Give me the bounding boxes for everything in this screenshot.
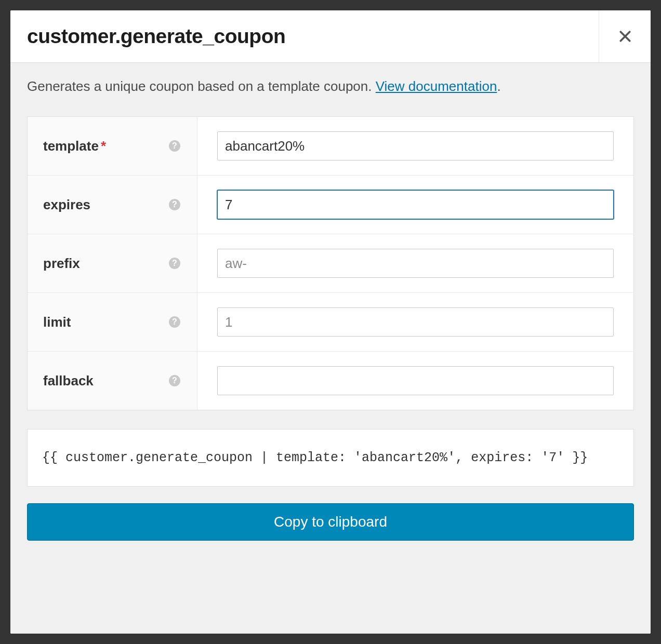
modal-title: customer.generate_coupon (10, 11, 302, 61)
input-cell (197, 352, 633, 410)
description-text: Generates a unique coupon based on a tem… (27, 78, 634, 95)
label-cell: template* ? (28, 117, 197, 175)
template-input[interactable] (217, 131, 614, 160)
input-cell (197, 293, 633, 351)
label-cell: prefix ? (28, 234, 197, 292)
copy-to-clipboard-button[interactable]: Copy to clipboard (27, 503, 634, 541)
input-cell (197, 234, 633, 292)
field-label: template* (43, 138, 106, 154)
field-label: expires (43, 197, 90, 213)
label-cell: fallback ? (28, 352, 197, 410)
code-preview: {{ customer.generate_coupon | template: … (27, 429, 634, 487)
required-indicator: * (101, 138, 106, 154)
modal-body: Generates a unique coupon based on a tem… (10, 63, 651, 634)
help-icon[interactable]: ? (169, 375, 180, 386)
form-table: template* ? expires ? prefix (27, 116, 634, 410)
label-cell: expires ? (28, 176, 197, 234)
close-button[interactable] (599, 10, 651, 62)
close-icon (617, 29, 633, 44)
documentation-link[interactable]: View documentation (376, 78, 497, 94)
form-row-limit: limit ? (28, 293, 633, 352)
fallback-input[interactable] (217, 366, 614, 395)
expires-input[interactable] (217, 190, 614, 219)
form-row-fallback: fallback ? (28, 352, 633, 410)
label-cell: limit ? (28, 293, 197, 351)
form-row-expires: expires ? (28, 176, 633, 234)
field-label: prefix (43, 256, 80, 272)
field-label: fallback (43, 373, 94, 389)
input-cell (197, 176, 633, 234)
limit-input[interactable] (217, 307, 614, 337)
field-label: limit (43, 314, 71, 330)
help-icon[interactable]: ? (169, 316, 180, 328)
modal-header: customer.generate_coupon (10, 10, 651, 63)
input-cell (197, 117, 633, 175)
prefix-input[interactable] (217, 249, 614, 278)
help-icon[interactable]: ? (169, 140, 180, 152)
help-icon[interactable]: ? (169, 258, 180, 269)
form-row-prefix: prefix ? (28, 234, 633, 293)
form-row-template: template* ? (28, 117, 633, 176)
help-icon[interactable]: ? (169, 199, 180, 210)
modal-dialog: customer.generate_coupon Generates a uni… (10, 10, 651, 634)
